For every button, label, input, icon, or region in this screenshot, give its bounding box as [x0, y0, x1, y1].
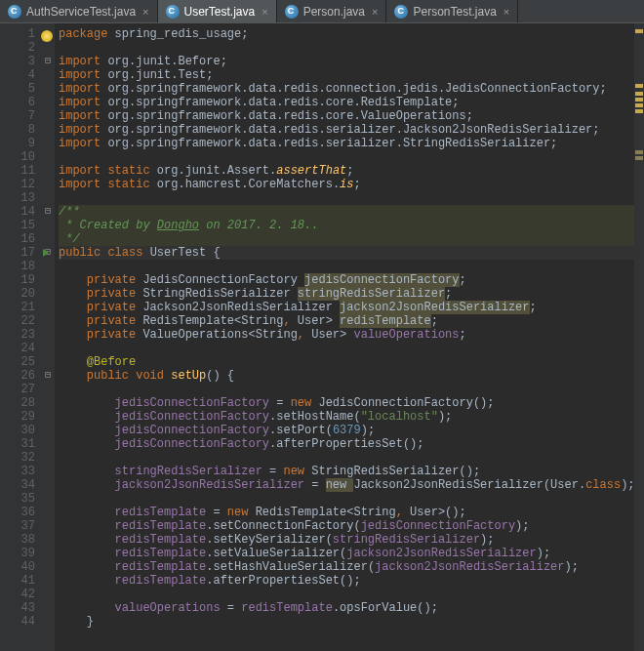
java-class-icon	[8, 5, 21, 19]
warning-marker[interactable]	[635, 150, 643, 154]
code-line[interactable]: jackson2JsonRedisSerializer = new Jackso…	[59, 478, 634, 492]
code-line[interactable]	[59, 451, 634, 465]
code-line[interactable]	[59, 588, 634, 601]
warning-marker[interactable]	[635, 84, 643, 88]
code-line[interactable]	[59, 150, 634, 164]
run-gutter-icon[interactable]: 17	[0, 246, 35, 260]
code-editor[interactable]: package spring_redis_usage;import org.ju…	[55, 23, 634, 651]
code-line[interactable]: private ValueOperations<String, User> va…	[59, 328, 634, 342]
code-line[interactable]: redisTemplate.setHashValueSerializer(jac…	[59, 560, 634, 574]
code-line[interactable]: valueOperations = redisTemplate.opsForVa…	[59, 601, 634, 615]
tab-label: AuthServiceTest.java	[26, 5, 136, 19]
code-line[interactable]: import org.springframework.data.redis.se…	[59, 137, 634, 150]
code-line[interactable]	[59, 492, 634, 506]
code-line[interactable]: import org.springframework.data.redis.co…	[59, 82, 634, 96]
code-line[interactable]: import org.springframework.data.redis.co…	[59, 96, 634, 109]
code-line[interactable]	[59, 260, 634, 273]
code-line[interactable]: jedisConnectionFactory.setPort(6379);	[59, 424, 634, 437]
error-strip[interactable]	[634, 23, 644, 651]
intention-bulb-icon[interactable]	[41, 30, 53, 42]
code-line[interactable]: private RedisTemplate<String, User> redi…	[59, 314, 634, 328]
close-icon[interactable]: ×	[142, 6, 148, 18]
warning-marker[interactable]	[635, 156, 643, 160]
code-line[interactable]: redisTemplate.afterPropertiesSet();	[59, 574, 634, 588]
java-class-icon	[285, 5, 299, 19]
warning-marker[interactable]	[635, 29, 643, 33]
tab-authservicetest-java[interactable]: AuthServiceTest.java×	[0, 0, 158, 22]
tab-usertest-java[interactable]: UserTest.java×	[158, 0, 277, 22]
close-icon[interactable]: ×	[372, 6, 378, 18]
code-line[interactable]: import org.springframework.data.redis.se…	[59, 123, 634, 137]
code-line[interactable]: public void setUp() {	[59, 369, 634, 383]
code-line[interactable]: /**	[59, 205, 634, 219]
fold-toggle[interactable]: ⊟	[41, 55, 55, 68]
code-line[interactable]: @Before	[59, 355, 634, 369]
tab-label: Person.java	[303, 5, 365, 19]
warning-marker[interactable]	[635, 103, 643, 107]
editor-area: 1234567891011121314151617181920212223242…	[0, 23, 644, 651]
code-line[interactable]: package spring_redis_usage;	[59, 27, 634, 41]
code-line[interactable]: jedisConnectionFactory.setHostName("loca…	[59, 410, 634, 424]
code-line[interactable]: import static org.junit.Assert.assertTha…	[59, 164, 634, 178]
code-line[interactable]	[59, 191, 634, 205]
code-line[interactable]: stringRedisSerializer = new StringRedisS…	[59, 465, 634, 478]
code-line[interactable]	[59, 41, 634, 55]
fold-toggle[interactable]: ⊟	[41, 205, 55, 219]
tab-persontest-java[interactable]: PersonTest.java×	[386, 0, 518, 22]
code-line[interactable]: private JedisConnectionFactory jedisConn…	[59, 273, 634, 287]
editor-tabs: AuthServiceTest.java×UserTest.java×Perso…	[0, 0, 644, 23]
tab-label: PersonTest.java	[413, 5, 496, 19]
warning-marker[interactable]	[635, 109, 643, 113]
code-line[interactable]: redisTemplate = new RedisTemplate<String…	[59, 506, 634, 519]
code-line[interactable]: jedisConnectionFactory = new JedisConnec…	[59, 396, 634, 410]
code-line[interactable]: redisTemplate.setConnectionFactory(jedis…	[59, 519, 634, 533]
close-icon[interactable]: ×	[503, 6, 509, 18]
code-line[interactable]: public class UserTest {	[59, 246, 634, 260]
code-line[interactable]: import org.springframework.data.redis.co…	[59, 109, 634, 123]
warning-marker[interactable]	[635, 92, 643, 96]
fold-column: ⊟⊟⊟⊟	[41, 23, 55, 651]
tab-person-java[interactable]: Person.java×	[277, 0, 387, 22]
code-line[interactable]: import org.junit.Before;	[59, 55, 634, 68]
java-class-icon	[394, 5, 408, 19]
code-line[interactable]	[59, 342, 634, 355]
code-line[interactable]: import static org.hamcrest.CoreMatchers.…	[59, 178, 634, 191]
code-line[interactable]: import org.junit.Test;	[59, 68, 634, 82]
code-line[interactable]: * Created by Donghο on 2017. 2. 18..	[59, 219, 634, 232]
code-line[interactable]: private StringRedisSerializer stringRedi…	[59, 287, 634, 301]
java-class-icon	[166, 5, 180, 19]
line-number-gutter: 1234567891011121314151617181920212223242…	[0, 23, 41, 651]
code-line[interactable]: jedisConnectionFactory.afterPropertiesSe…	[59, 437, 634, 451]
code-line[interactable]	[59, 383, 634, 396]
warning-marker[interactable]	[635, 98, 643, 102]
code-line[interactable]: */	[59, 232, 634, 246]
fold-toggle[interactable]: ⊟	[41, 369, 55, 383]
code-line[interactable]: redisTemplate.setKeySerializer(stringRed…	[59, 533, 634, 547]
tab-label: UserTest.java	[184, 5, 256, 19]
code-line[interactable]: private Jackson2JsonRedisSerializer jack…	[59, 301, 634, 314]
close-icon[interactable]: ×	[262, 6, 267, 18]
code-line[interactable]: }	[59, 615, 634, 629]
code-line[interactable]: redisTemplate.setValueSerializer(jackson…	[59, 547, 634, 560]
